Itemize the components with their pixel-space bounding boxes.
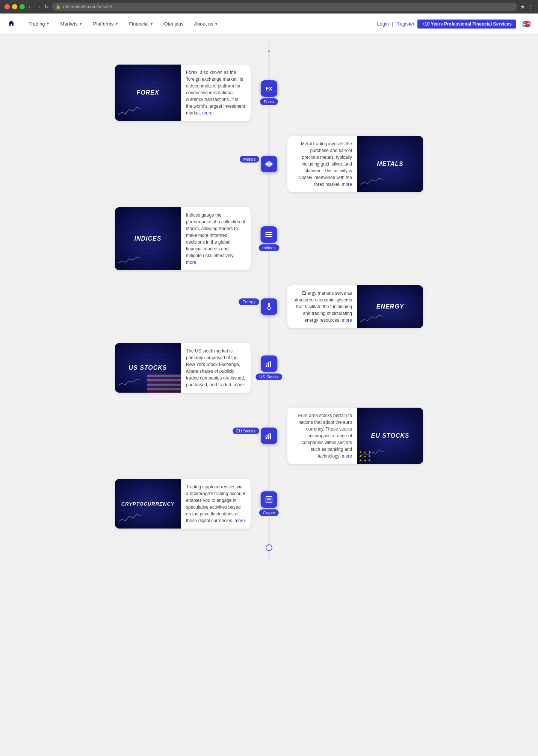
indices-image-label: INDICES [134, 235, 162, 242]
eu-stocks-icon[interactable] [261, 428, 277, 444]
metals-image-label: METALS [377, 161, 404, 167]
maximize-button[interactable] [20, 4, 25, 9]
svg-rect-6 [267, 233, 271, 233]
forex-more-link[interactable]: more [202, 110, 212, 116]
timeline-row-eu-stocks: ★ ★ ★★ ★ ★★ ★ ★ EU STOCKS Euro area stoc… [115, 408, 423, 464]
svg-rect-13 [266, 365, 267, 367]
metals-more-link[interactable]: more [342, 182, 352, 187]
timeline-row-energy: ENERGY Energy markets serve as structure… [115, 285, 423, 328]
nav-links: Trading ▼ Markets ▼ Platforms ▼ Financia… [24, 19, 377, 29]
energy-icon[interactable] [261, 298, 277, 315]
pro-badge: +10 Years Professional Financial Service… [417, 20, 516, 29]
reload-button[interactable]: ↻ [44, 4, 49, 10]
menu-icon[interactable]: ⋮ [528, 4, 533, 10]
crypto-center-icon-wrap: Crypto [259, 491, 279, 516]
forex-card: FOREX Forex, also known as the 'foreign … [115, 65, 251, 121]
nav-markets[interactable]: Markets ▼ [56, 19, 87, 29]
close-button[interactable] [5, 4, 10, 9]
timeline-bottom-circle [266, 544, 272, 551]
energy-description: Energy markets serve as structured econo… [287, 285, 357, 328]
login-link[interactable]: Login [377, 21, 389, 27]
forex-image-label: FOREX [136, 89, 159, 96]
star-icon[interactable]: ★ [520, 4, 525, 10]
minimize-button[interactable] [12, 4, 17, 9]
nav-auth: Login | Register +10 Years Professional … [377, 20, 530, 29]
us-stocks-image: US STOCKS [115, 343, 181, 393]
eu-stocks-side-label: EU Stocks [233, 428, 259, 434]
eu-stocks-center-icon-wrap: EU Stocks [261, 428, 277, 444]
back-button[interactable]: ← [28, 4, 33, 10]
page-content: ⌄ FOREX Forex, also known as the 'foreig… [0, 35, 538, 756]
svg-rect-16 [266, 437, 267, 440]
us-stocks-image-label: US STOCKS [128, 364, 167, 371]
forex-icon[interactable]: FX [261, 80, 277, 97]
crypto-image: CRYPTOCURRENCY [115, 479, 181, 529]
timeline-row-crypto: CRYPTOCURRENCY Trading cryptocurrencies … [115, 479, 423, 529]
timeline-container: ⌄ FOREX Forex, also known as the 'foreig… [100, 42, 438, 562]
nav-trading[interactable]: Trading ▼ [24, 19, 54, 29]
indices-label: Indices [259, 244, 280, 251]
chevron-down-icon: ▼ [215, 22, 218, 26]
energy-center-icon-wrap: Energy [261, 298, 277, 315]
register-link[interactable]: Register [396, 21, 414, 27]
us-stocks-description: The US stock market is primarily compose… [181, 343, 251, 393]
crypto-description: Trading cryptocurrencies via a brokerage… [181, 479, 251, 529]
crypto-icon[interactable] [261, 491, 277, 508]
timeline-row-forex: FOREX Forex, also known as the 'foreign … [115, 65, 423, 121]
logo[interactable] [8, 20, 15, 28]
crypto-label: Crypto [259, 509, 279, 516]
window-controls [5, 4, 25, 9]
nav-otet-plus[interactable]: Otet plus [159, 19, 188, 29]
nav-about-us[interactable]: About us ▼ [189, 19, 222, 29]
svg-rect-7 [268, 303, 270, 304]
energy-more-link[interactable]: more [342, 318, 352, 323]
svg-rect-4 [266, 234, 272, 235]
indices-icon[interactable] [261, 226, 277, 243]
indices-description: Indices gauge the performance of a colle… [181, 207, 251, 270]
metals-description: Metal trading involves the purchase and … [287, 136, 357, 192]
us-stocks-icon[interactable] [261, 355, 277, 372]
timeline-top-arrow: ⌄ [266, 46, 272, 54]
svg-rect-10 [269, 309, 269, 310]
browser-chrome: ← → ↻ 🔒 otetmarkets.com/assets/ ★ ⋮ [0, 0, 538, 14]
timeline-row-indices: INDICES Indices gauge the performance of… [115, 207, 423, 270]
energy-image-label: ENERGY [376, 303, 404, 310]
metals-side-label: Metals [240, 156, 259, 163]
indices-center-icon-wrap: Indices [259, 226, 280, 251]
chevron-down-icon: ▼ [150, 22, 154, 26]
indices-image: INDICES [115, 207, 181, 270]
forex-description: Forex, also known as the 'foreign exchan… [181, 65, 251, 121]
svg-rect-2 [267, 161, 270, 167]
svg-point-9 [267, 307, 270, 309]
indices-card: INDICES Indices gauge the performance of… [115, 207, 251, 270]
nav-platforms[interactable]: Platforms ▼ [89, 19, 123, 29]
eu-stocks-image-label: EU STOCKS [371, 432, 409, 439]
nav-financial[interactable]: Financial ▼ [124, 19, 158, 29]
eu-stocks-image: ★ ★ ★★ ★ ★★ ★ ★ EU STOCKS [357, 408, 423, 464]
eu-stocks-card: ★ ★ ★★ ★ ★★ ★ ★ EU STOCKS Euro area stoc… [287, 408, 423, 464]
energy-image: ENERGY [357, 285, 423, 328]
url-bar[interactable]: 🔒 otetmarkets.com/assets/ [52, 3, 517, 11]
svg-rect-17 [267, 435, 269, 439]
forward-button[interactable]: → [36, 4, 41, 10]
metals-center-icon-wrap: Metals [261, 156, 277, 172]
crypto-card: CRYPTOCURRENCY Trading cryptocurrencies … [115, 479, 251, 529]
energy-side-label: Energy [239, 298, 259, 305]
svg-rect-15 [270, 362, 271, 367]
crypto-more-link[interactable]: more [234, 518, 245, 523]
us-stocks-more-link[interactable]: more [234, 382, 244, 387]
eu-stocks-more-link[interactable]: more [342, 453, 352, 459]
forex-label: Forex [260, 98, 278, 105]
metals-icon[interactable] [261, 156, 277, 172]
language-flag[interactable]: 🇬🇧 [522, 20, 530, 28]
indices-more-link[interactable]: more [186, 260, 196, 265]
us-stocks-card: US STOCKS The US stock market is primari… [115, 343, 251, 393]
us-stocks-label: US Stocks [255, 373, 282, 380]
svg-rect-18 [270, 434, 271, 439]
us-stocks-center-icon-wrap: US Stocks [255, 355, 282, 380]
chevron-down-icon: ▼ [115, 22, 119, 26]
svg-rect-8 [268, 304, 270, 307]
timeline-row-metals: METALS Metal trading involves the purcha… [115, 136, 423, 192]
forex-center-icon-wrap: FX Forex [260, 80, 278, 105]
chevron-down-icon: ▼ [79, 22, 83, 26]
